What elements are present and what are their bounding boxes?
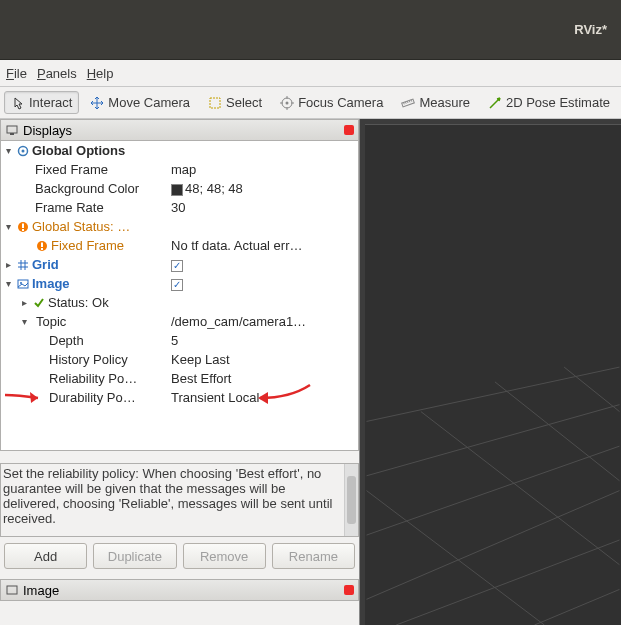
svg-line-20: [367, 491, 620, 600]
close-icon[interactable]: [344, 585, 354, 595]
window-title: RViz*: [574, 22, 607, 37]
tree-item-global-options[interactable]: ▾Global Options: [1, 141, 358, 160]
svg-rect-16: [7, 586, 17, 594]
svg-line-23: [367, 491, 545, 625]
remove-button[interactable]: Remove: [183, 543, 266, 569]
tree-item-image[interactable]: ▾Image ✓: [1, 274, 358, 293]
tree-item-reliability-policy[interactable]: Reliability Po… Best Effort: [1, 369, 358, 388]
svg-point-7: [22, 149, 25, 152]
svg-rect-13: [41, 248, 43, 250]
tree-item-depth[interactable]: Depth 5: [1, 331, 358, 350]
image-icon: [16, 277, 30, 291]
menu-panels[interactable]: Panels: [37, 66, 77, 81]
toolbar: Interact Move Camera Select Focus Camera…: [0, 87, 621, 119]
svg-line-18: [367, 405, 620, 476]
svg-rect-10: [22, 229, 24, 231]
displays-panel-title: Displays: [23, 123, 72, 138]
description-text: Set the reliability policy: When choosin…: [3, 466, 356, 526]
close-icon[interactable]: [344, 125, 354, 135]
grid-3d: [365, 125, 621, 625]
focus-camera-button[interactable]: Focus Camera: [273, 91, 390, 114]
pose-estimate-button[interactable]: 2D Pose Estimate: [481, 91, 617, 114]
focus-camera-label: Focus Camera: [298, 95, 383, 110]
tree-item-grid[interactable]: ▸Grid ✓: [1, 255, 358, 274]
description-box: Set the reliability policy: When choosin…: [0, 463, 359, 537]
color-swatch: [171, 184, 183, 196]
interact-button[interactable]: Interact: [4, 91, 79, 114]
svg-line-19: [367, 446, 620, 535]
pose-estimate-icon: [488, 96, 502, 110]
displays-panel-header[interactable]: Displays: [0, 119, 359, 141]
svg-rect-12: [41, 242, 43, 247]
left-pane: Displays ▾Global Options Fixed Frame map…: [0, 119, 360, 625]
measure-label: Measure: [419, 95, 470, 110]
move-camera-label: Move Camera: [108, 95, 190, 110]
svg-rect-0: [210, 98, 220, 108]
add-button[interactable]: Add: [4, 543, 87, 569]
image-panel-header[interactable]: Image: [0, 579, 359, 601]
tree-item-status-fixed-frame[interactable]: Fixed Frame No tf data. Actual err…: [1, 236, 358, 255]
svg-rect-4: [7, 126, 17, 133]
select-button[interactable]: Select: [201, 91, 269, 114]
svg-rect-9: [22, 223, 24, 228]
menu-file[interactable]: File: [6, 66, 27, 81]
pose-estimate-label: 2D Pose Estimate: [506, 95, 610, 110]
svg-line-24: [421, 412, 620, 565]
checkbox-icon: ✓: [171, 279, 183, 291]
select-icon: [208, 96, 222, 110]
tree-item-global-status[interactable]: ▾Global Status: …: [1, 217, 358, 236]
scrollbar[interactable]: [344, 464, 358, 536]
focus-camera-icon: [280, 96, 294, 110]
rename-button[interactable]: Rename: [272, 543, 355, 569]
image-panel-title: Image: [23, 583, 59, 598]
checkbox-icon: ✓: [171, 260, 183, 272]
tree-item-history-policy[interactable]: History Policy Keep Last: [1, 350, 358, 369]
warning-icon: [16, 220, 30, 234]
move-camera-button[interactable]: Move Camera: [83, 91, 197, 114]
svg-line-26: [564, 367, 619, 411]
interact-label: Interact: [29, 95, 72, 110]
tree-item-image-status[interactable]: ▸Status: Ok: [1, 293, 358, 312]
tree-item-durability-policy[interactable]: Durability Po… Transient Local: [1, 388, 358, 407]
displays-tree[interactable]: ▾Global Options Fixed Frame map Backgrou…: [0, 141, 359, 451]
menubar: File Panels Help: [0, 60, 621, 87]
button-row: Add Duplicate Remove Rename: [0, 537, 359, 575]
interact-icon: [11, 96, 25, 110]
tree-item-topic[interactable]: ▾Topic /demo_cam/camera1…: [1, 312, 358, 331]
svg-line-21: [396, 540, 619, 625]
menu-help[interactable]: Help: [87, 66, 114, 81]
duplicate-button[interactable]: Duplicate: [93, 543, 176, 569]
grid-icon: [16, 258, 30, 272]
svg-point-2: [286, 101, 289, 104]
move-camera-icon: [90, 96, 104, 110]
gear-icon: [16, 144, 30, 158]
measure-icon: [401, 96, 415, 110]
tree-item-background-color[interactable]: Background Color 48; 48; 48: [1, 179, 358, 198]
check-icon: [32, 296, 46, 310]
displays-icon: [5, 123, 19, 137]
svg-rect-5: [10, 133, 14, 135]
image-icon: [5, 583, 19, 597]
warning-icon: [35, 239, 49, 253]
measure-button[interactable]: Measure: [394, 91, 477, 114]
viewport-3d[interactable]: [365, 124, 621, 625]
tree-item-frame-rate[interactable]: Frame Rate 30: [1, 198, 358, 217]
svg-line-22: [535, 589, 620, 625]
titlebar: RViz*: [0, 0, 621, 60]
svg-line-17: [367, 367, 620, 421]
select-label: Select: [226, 95, 262, 110]
tree-item-fixed-frame[interactable]: Fixed Frame map: [1, 160, 358, 179]
